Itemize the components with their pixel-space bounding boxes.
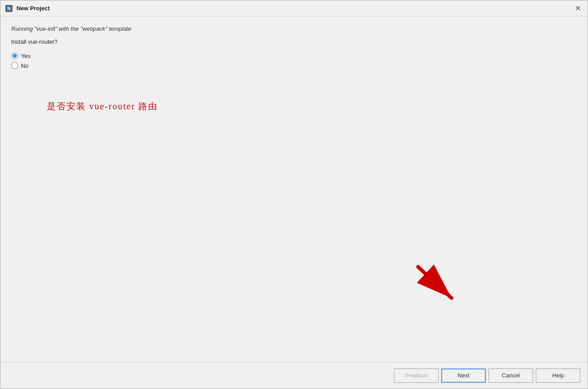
radio-group: Yes No [11, 52, 577, 69]
new-project-window: N New Project ✕ Running "vue-init" with … [0, 0, 588, 389]
main-area: Running "vue-init" with the "webpack" te… [0, 17, 588, 362]
footer: Previous Next Cancel Help [0, 362, 588, 389]
radio-no-label: No [21, 62, 29, 69]
radio-yes-label: Yes [21, 53, 30, 59]
svg-line-3 [418, 267, 451, 298]
question-text: Install vue-router? [11, 38, 577, 45]
radio-yes-item[interactable]: Yes [11, 52, 577, 59]
arrow-container [409, 262, 463, 308]
next-button[interactable]: Next [441, 368, 486, 383]
description-text: Running "vue-init" with the "webpack" te… [11, 25, 577, 32]
radio-no[interactable] [11, 62, 18, 69]
radio-yes[interactable] [11, 52, 18, 59]
cancel-button[interactable]: Cancel [489, 368, 533, 383]
radio-no-item[interactable]: No [11, 62, 577, 69]
previous-button[interactable]: Previous [394, 368, 439, 383]
annotation-text: 是否安装 vue-router 路由 [47, 100, 577, 112]
help-button[interactable]: Help [536, 368, 580, 383]
red-arrow-icon [409, 262, 463, 307]
close-button[interactable]: ✕ [572, 3, 583, 14]
title-bar: N New Project ✕ [0, 0, 588, 17]
window-title: New Project [17, 5, 50, 12]
svg-text:N: N [7, 6, 10, 11]
content-area: Running "vue-init" with the "webpack" te… [0, 17, 588, 121]
title-bar-left: N New Project [5, 4, 50, 12]
app-icon: N [5, 4, 13, 12]
